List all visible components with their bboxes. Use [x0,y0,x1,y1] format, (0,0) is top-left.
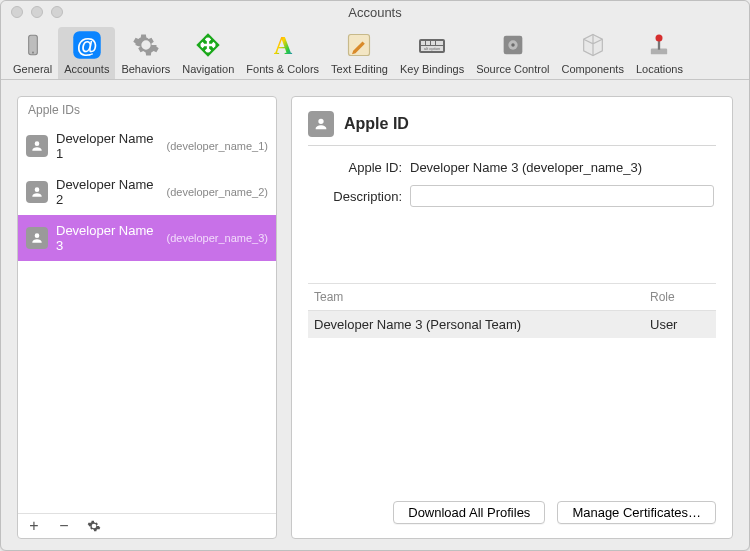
toolbar-tab-label: Components [562,61,624,75]
person-icon [26,181,48,203]
add-account-button[interactable]: + [26,518,42,534]
manage-certificates-button[interactable]: Manage Certificates… [557,501,716,524]
keyboard-icon: alt option [416,29,448,61]
traffic-lights [1,6,63,18]
svg-point-16 [511,43,515,47]
toolbar-tab-general[interactable]: General [7,27,58,79]
arrows-icon [192,29,224,61]
gear-icon [87,519,101,533]
vault-icon [497,29,529,61]
teams-header-team: Team [314,290,650,304]
teams-header-role: Role [650,290,710,304]
toolbar-tab-textedit[interactable]: Text Editing [325,27,394,79]
team-name-cell: Developer Name 3 (Personal Team) [314,317,650,332]
toolbar-tab-fonts[interactable]: AFonts & Colors [240,27,325,79]
sidebar-item-name: Developer Name 2 [56,177,158,207]
svg-rect-9 [426,41,430,45]
sidebar-item-slug: (developer_name_2) [166,186,268,198]
sidebar-item-name: Developer Name 1 [56,131,158,161]
account-form: Apple ID: Developer Name 3 (developer_na… [308,146,716,223]
package-icon [577,29,609,61]
device-icon [17,29,49,61]
teams-header-row: Team Role [308,284,716,311]
minimize-window-button[interactable] [31,6,43,18]
account-avatar-icon [308,111,334,137]
toolbar-tab-behaviors[interactable]: Behaviors [115,27,176,79]
toolbar-tab-accounts[interactable]: @Accounts [58,27,115,79]
toolbar-tab-label: Source Control [476,61,549,75]
description-label: Description: [310,189,410,204]
toolbar-tab-label: Navigation [182,61,234,75]
svg-text:alt option: alt option [424,46,440,51]
apple-id-value: Developer Name 3 (developer_name_3) [410,160,714,175]
sidebar-list: Developer Name 1 (developer_name_1)Devel… [18,123,276,513]
person-icon [26,135,48,157]
person-icon [26,227,48,249]
svg-text:@: @ [76,34,97,58]
titlebar: Accounts [1,1,749,23]
at-icon: @ [71,29,103,61]
sidebar-item-slug: (developer_name_1) [166,140,268,152]
detail-header: Apple ID [308,111,716,146]
download-profiles-button[interactable]: Download All Profiles [393,501,545,524]
sidebar-item-account-1[interactable]: Developer Name 1 (developer_name_1) [18,123,276,169]
description-input[interactable] [410,185,714,207]
svg-rect-18 [658,40,660,49]
svg-point-19 [656,35,663,42]
description-row: Description: [310,185,714,207]
pencil-icon [343,29,375,61]
toolbar-tab-label: Text Editing [331,61,388,75]
svg-rect-8 [421,41,425,45]
detail-heading: Apple ID [344,115,409,133]
sidebar-item-account-2[interactable]: Developer Name 2 (developer_name_2) [18,169,276,215]
sidebar-item-account-3[interactable]: Developer Name 3 (developer_name_3) [18,215,276,261]
svg-rect-10 [431,41,435,45]
sidebar-item-name: Developer Name 3 [56,223,158,253]
toolbar-tab-navigation[interactable]: Navigation [176,27,240,79]
zoom-window-button[interactable] [51,6,63,18]
toolbar: General@AccountsBehaviorsNavigationAFont… [1,23,749,80]
toolbar-tab-label: Accounts [64,61,109,75]
apple-id-row: Apple ID: Developer Name 3 (developer_na… [310,160,714,175]
teams-table: Team Role Developer Name 3 (Personal Tea… [308,283,716,338]
preferences-window: Accounts General@AccountsBehaviorsNaviga… [0,0,750,551]
sidebar-item-slug: (developer_name_3) [166,232,268,244]
account-actions-button[interactable] [86,518,102,534]
sidebar-header: Apple IDs [18,97,276,123]
team-role-cell: User [650,317,710,332]
table-row[interactable]: Developer Name 3 (Personal Team)User [308,311,716,338]
remove-account-button[interactable]: − [56,518,72,534]
gear-icon [130,29,162,61]
svg-text:A: A [273,31,292,59]
content-area: Apple IDs Developer Name 1 (developer_na… [1,80,749,551]
toolbar-tab-label: Fonts & Colors [246,61,319,75]
window-title: Accounts [1,5,749,20]
svg-point-1 [31,52,33,54]
close-window-button[interactable] [11,6,23,18]
account-detail-panel: Apple ID Apple ID: Developer Name 3 (dev… [291,96,733,539]
svg-rect-11 [436,41,443,45]
detail-footer: Download All Profiles Manage Certificate… [308,491,716,524]
sidebar-footer: + − [18,513,276,538]
toolbar-tab-label: Key Bindings [400,61,464,75]
font-icon: A [267,29,299,61]
apple-ids-sidebar: Apple IDs Developer Name 1 (developer_na… [17,96,277,539]
apple-id-label: Apple ID: [310,160,410,175]
teams-body: Developer Name 3 (Personal Team)User [308,311,716,338]
toolbar-tab-label: Behaviors [121,61,170,75]
toolbar-tab-locations[interactable]: Locations [630,27,689,79]
toolbar-tab-keybindings[interactable]: alt optionKey Bindings [394,27,470,79]
joystick-icon [643,29,675,61]
toolbar-tab-label: General [13,61,52,75]
toolbar-tab-sourcecontrol[interactable]: Source Control [470,27,555,79]
toolbar-tab-label: Locations [636,61,683,75]
toolbar-tab-components[interactable]: Components [556,27,630,79]
